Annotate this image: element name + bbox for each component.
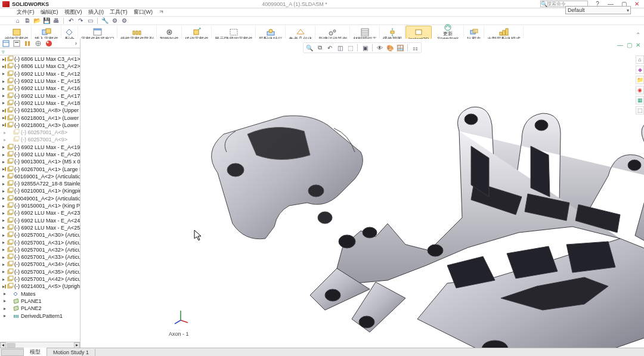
tree-twisty-icon[interactable]: ▸ — [2, 181, 5, 187]
tree-node[interactable]: ▸(-) 60218001_A<1> (Lower AR — [0, 114, 80, 121]
tree-node[interactable]: ▸(-) 60257001_A<30> (Articulat — [0, 231, 80, 239]
tree-node[interactable]: ▸(-) 60257001_A<34> (Articulat — [0, 261, 80, 268]
feature-tree[interactable]: ▸(-) 6806 LLU Max C3_A<1> (D▸(-) 6806 LL… — [0, 55, 80, 342]
doc-restore-icon[interactable]: ▢ — [626, 41, 633, 48]
display-style-icon[interactable]: ▣ — [361, 44, 369, 52]
tab-dimxpert-icon[interactable] — [33, 39, 43, 48]
tree-twisty-icon[interactable]: ▸ — [2, 152, 5, 157]
tree-twisty-icon[interactable]: ▸ — [2, 188, 5, 194]
previous-view-icon[interactable]: ↶ — [326, 44, 334, 52]
tree-node[interactable]: ▸(-) 60257001_A<8> — [0, 129, 80, 136]
view-orient-icon[interactable]: ⬚ — [346, 44, 354, 52]
tree-node[interactable]: ▸(-) 92855A722_18-8 Stainless S — [0, 180, 80, 187]
tree-twisty-icon[interactable]: ▸ — [2, 277, 5, 282]
tree-twisty-icon[interactable]: ▸ — [2, 247, 5, 252]
motion-playback-controls[interactable] — [1, 349, 24, 356]
tree-node[interactable]: ▸(-) 60257001_A<31> (Articulat — [0, 239, 80, 246]
tree-twisty-icon[interactable]: ▸ — [2, 262, 5, 267]
task-library-icon[interactable]: ◆ — [636, 66, 644, 74]
tree-node[interactable]: ▸(-) 60214001_A<5> (Upright - — [0, 283, 80, 290]
tree-node[interactable]: ▸(-) 6902 LLU Max - E_A<19> ( — [0, 144, 80, 151]
tree-node[interactable]: ▸(-) 6902 LLU Max - E_A<15> ( — [0, 78, 80, 85]
scroll-right-icon[interactable]: ▸ — [74, 342, 80, 348]
tree-node[interactable]: ▸(-) 6902 LLU Max - E_A<17> ( — [0, 92, 80, 99]
menu-window[interactable]: 窗口(W) — [131, 8, 156, 16]
options-icon[interactable]: ⚙ — [111, 17, 118, 24]
tree-node[interactable]: ▸(-) 60218001_A<3> (Lower AR — [0, 122, 80, 129]
tree-twisty-icon[interactable]: ▸ — [2, 298, 7, 304]
print-icon[interactable]: 🖶 — [52, 17, 60, 24]
tree-twisty-icon[interactable]: ▸ — [2, 233, 5, 238]
save-icon[interactable]: 💾 — [43, 17, 50, 24]
tree-node[interactable]: ▸(-) 6902 LLU Max - E_A<16> ( — [0, 85, 80, 92]
menu-pin[interactable]: ㅋ — [156, 8, 166, 16]
hide-show-icon[interactable]: 👁 — [376, 44, 384, 52]
tree-twisty-icon[interactable]: ▸ — [2, 130, 7, 135]
tree-twisty-icon[interactable]: ▸ — [2, 79, 5, 84]
undo-icon[interactable]: ↶ — [67, 17, 75, 24]
tree-twisty-icon[interactable]: ▸ — [2, 137, 7, 143]
graphics-viewport[interactable]: 🔍 ⧉ ↶ ◫ ⬚ ▣ 👁 🎨 🪟 ⚏ — ▢ ✕ ⌂ ◆ 📁 — [80, 39, 644, 348]
tree-twisty-icon[interactable]: ▸ — [2, 71, 5, 76]
close-button[interactable]: ✕ — [632, 1, 642, 8]
ribbon-collapse-icon[interactable]: ⌃ — [634, 30, 642, 39]
tree-twisty-icon[interactable]: ▸ — [2, 240, 5, 245]
tree-twisty-icon[interactable]: ▸ — [2, 159, 5, 165]
tab-display-mgr-icon[interactable] — [44, 39, 54, 48]
tree-twisty-icon[interactable]: ▸ — [2, 269, 5, 274]
gear-icon[interactable]: ⚙ — [120, 17, 128, 24]
tree-twisty-icon[interactable]: ▸ — [2, 255, 5, 260]
tree-node[interactable]: ▸(-) 6902 LLU Max - E_A<12> ( — [0, 70, 80, 78]
menu-file[interactable]: 文件(F) — [14, 8, 37, 16]
config-selector[interactable]: Default ▾ — [565, 6, 631, 14]
appearance-icon[interactable]: 🎨 — [386, 44, 394, 52]
task-explorer-icon[interactable]: 📁 — [636, 76, 644, 84]
tree-twisty-icon[interactable]: ▸ — [2, 196, 5, 201]
task-view-palette-icon[interactable]: ◉ — [636, 86, 644, 94]
tree-twisty-icon[interactable]: ▸ — [2, 210, 5, 216]
menu-tools[interactable]: 工具(T) — [107, 8, 130, 16]
home-icon[interactable]: ⌂ — [14, 17, 21, 24]
new-icon[interactable]: 🗎 — [24, 17, 31, 24]
tree-node[interactable]: ▸(-) 6902 LLU Max - E_A<18> ( — [0, 100, 80, 107]
tree-node[interactable]: ▸60169001_A<2> (Articulation f — [0, 173, 80, 180]
tab-feature-tree-icon[interactable] — [1, 39, 11, 48]
tree-node[interactable]: ▸(-) 60257001_A<35> (Articulat — [0, 268, 80, 275]
scene-icon[interactable]: 🪟 — [396, 44, 404, 52]
menu-insert[interactable]: 插入(I) — [86, 8, 107, 16]
tree-twisty-icon[interactable]: ▸ — [2, 93, 5, 98]
bottom-tab-model[interactable]: 模型 — [24, 348, 47, 356]
menu-edit[interactable]: 编辑(E) — [38, 8, 61, 16]
tree-twisty-icon[interactable]: ▸ — [2, 306, 7, 311]
tree-node[interactable]: ▸(-) 90013001_A<1> (M5 x 0.8 — [0, 158, 80, 165]
tree-node[interactable]: ▸(-) 60267001_A<1> (Large Kin — [0, 165, 80, 172]
tree-node[interactable]: ▸(-) 6902 LLU Max - E_A<20> ( — [0, 151, 80, 158]
tree-twisty-icon[interactable]: ▸ — [2, 225, 5, 230]
tree-node[interactable]: ▸(-) 60257001_A<33> (Articulat — [0, 253, 80, 261]
view-settings-icon[interactable]: ⚏ — [411, 44, 419, 52]
tab-config-mgr-icon[interactable] — [23, 39, 32, 48]
tree-node[interactable]: ▸(-) 60257001_A<9> — [0, 136, 80, 143]
tree-node[interactable]: ▸60049001_A<2> (Articulatio — [0, 195, 80, 202]
tree-node[interactable]: ▸(-) 60213001_A<8> (Upper Ar — [0, 107, 80, 114]
doc-close-icon[interactable]: ✕ — [634, 41, 642, 48]
tree-twisty-icon[interactable]: ▸ — [2, 313, 7, 318]
tree-node[interactable]: ▸(-) 6902 LLU Max - E_A<23> ( — [0, 209, 80, 216]
tree-node[interactable]: ▸(-) 6806 LLU Max C3_A<1> (D — [0, 55, 80, 63]
tree-node[interactable]: ▸PLANE1 — [0, 298, 80, 305]
tree-filter-row[interactable]: ▿ — [0, 48, 80, 55]
bottom-tab-motion[interactable]: Motion Study 1 — [47, 349, 95, 356]
tree-twisty-icon[interactable]: ▸ — [2, 86, 5, 91]
open-icon[interactable]: 📂 — [33, 17, 41, 24]
tree-twisty-icon[interactable]: ▸ — [2, 100, 5, 106]
tree-node[interactable]: ▸(-) 60257001_A<32> (Articulat — [0, 246, 80, 253]
zoom-fit-icon[interactable]: 🔍 — [305, 44, 314, 52]
tree-node[interactable]: ▸(-) 6902 LLU Max - E_A<24> ( — [0, 217, 80, 224]
tab-property-mgr-icon[interactable] — [12, 39, 21, 48]
zoom-area-icon[interactable]: ⧉ — [315, 44, 324, 52]
tree-node[interactable]: ▸(-) 6902 LLU Max - E_A<25> ( — [0, 224, 80, 231]
tree-twisty-icon[interactable]: ▸ — [2, 291, 7, 296]
tree-twisty-icon[interactable]: ▸ — [2, 203, 5, 209]
tree-node[interactable]: ▸(-) 60210001_A<1> (Kingpin) — [0, 187, 80, 194]
tree-twisty-icon[interactable]: ▸ — [2, 174, 5, 179]
